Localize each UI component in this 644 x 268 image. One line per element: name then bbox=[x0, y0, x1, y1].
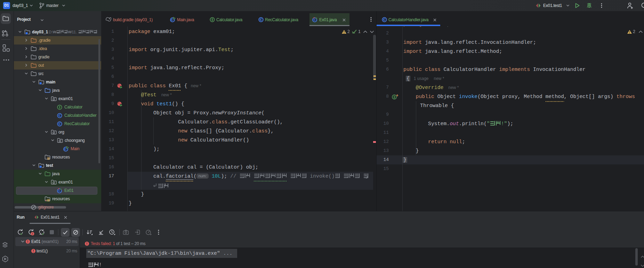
svg-text:C: C bbox=[314, 18, 316, 22]
svg-text:I: I bbox=[394, 96, 395, 99]
svg-text:C: C bbox=[58, 122, 61, 126]
svg-text:I: I bbox=[59, 106, 61, 109]
svg-text:C: C bbox=[383, 18, 386, 22]
svg-text:C: C bbox=[171, 18, 174, 22]
svg-text:C: C bbox=[64, 147, 66, 151]
svg-text:C: C bbox=[58, 114, 61, 117]
svg-text:C: C bbox=[260, 18, 262, 22]
svg-text:C: C bbox=[58, 189, 61, 193]
svg-text:I: I bbox=[212, 18, 213, 22]
